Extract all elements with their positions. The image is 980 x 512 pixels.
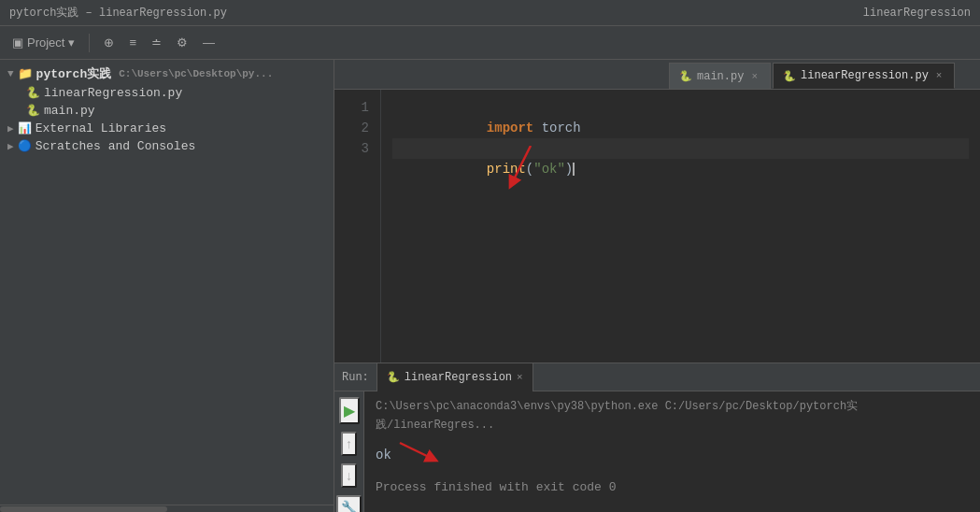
sync-icon: ⊕ — [104, 36, 114, 50]
title-bar: pytorch实践 – linearRegression.py linearRe… — [0, 0, 980, 26]
title-bar-right: linearRegression — [863, 7, 971, 20]
code-line-3: print("ok") — [392, 138, 969, 159]
list-button[interactable]: ≡ — [124, 34, 141, 51]
tab-linear-close[interactable]: × — [933, 69, 945, 82]
file-item-main[interactable]: 🐍 main.py — [0, 102, 334, 120]
close-paren: ) — [565, 162, 573, 177]
tabs-bar: 🐍 main.py × 🐍 linearRegression.py × — [334, 60, 980, 90]
run-wrench-button[interactable]: 🔧 — [336, 495, 362, 512]
tab-main-label: main.py — [697, 70, 744, 83]
run-tabs-bar: Run: 🐍 linearRegression × — [334, 363, 980, 391]
editor-panel: 🐍 main.py × 🐍 linearRegression.py × 1 2 … — [334, 60, 980, 512]
line-num-3: 3 — [334, 138, 369, 159]
scratches-label: Scratches and Consoles — [36, 139, 196, 153]
external-libraries-item[interactable]: ▶ 📊 External Libraries — [0, 120, 334, 137]
toolbar-divider-1 — [89, 34, 90, 52]
collapse-icon: ≐ — [151, 36, 162, 50]
collapse-arrow-icon: ▼ — [7, 68, 14, 79]
root-folder-path: C:\Users\pc\Desktop\py... — [119, 68, 273, 79]
bottom-panel: Run: 🐍 linearRegression × ▶ ↑ ↓ 🔧 ☰ 📌 — [334, 363, 980, 512]
file-name-main: main.py — [44, 104, 95, 118]
main-area: ▼ 📁 pytorch实践 C:\Users\pc\Desktop\py... … — [0, 60, 980, 512]
root-folder-item[interactable]: ▼ 📁 pytorch实践 C:\Users\pc\Desktop\py... — [0, 64, 334, 84]
run-tab-close[interactable]: × — [517, 372, 523, 383]
chevron-down-icon: ▾ — [68, 36, 75, 50]
tab-linear-label: linearRegression.py — [801, 69, 929, 82]
project-dropdown-button[interactable]: ▣ Project ▾ — [7, 34, 79, 51]
settings-button[interactable]: ⚙ — [172, 34, 192, 51]
external-libraries-label: External Libraries — [36, 121, 166, 135]
run-toolbar: ▶ ↑ ↓ 🔧 ☰ 📌 — [334, 391, 364, 512]
project-icon: ▣ — [12, 36, 23, 50]
python-file-icon-main: 🐍 — [26, 104, 40, 118]
run-ok-line: ok — [376, 438, 969, 471]
collapse-button[interactable]: ≐ — [147, 34, 166, 51]
run-tab-linear[interactable]: 🐍 linearRegression × — [376, 363, 533, 391]
scratches-consoles-item[interactable]: ▶ 🔵 Scratches and Consoles — [0, 137, 334, 155]
open-paren: ( — [526, 162, 533, 177]
module-torch: torch — [533, 121, 580, 135]
code-editor[interactable]: import torch print("ok") — [381, 90, 980, 363]
expand-arrow-icon-scratch: ▶ — [7, 140, 14, 152]
sidebar-horizontal-scrollbar[interactable] — [0, 505, 334, 512]
keyword-import: import — [487, 121, 533, 135]
tab-linear-regression[interactable]: 🐍 linearRegression.py × — [773, 63, 955, 89]
minimize-button[interactable]: — — [198, 34, 220, 51]
run-ok-text: ok — [376, 446, 391, 464]
run-tab-label: linearRegression — [405, 371, 512, 384]
list-icon: ≡ — [129, 36, 136, 50]
file-name-linear: linearRegression.py — [44, 86, 182, 100]
sidebar-content[interactable]: ▼ 📁 pytorch实践 C:\Users\pc\Desktop\py... … — [0, 60, 334, 505]
expand-arrow-icon: ▶ — [7, 122, 14, 135]
run-cmd-line: C:\Users\pc\anaconda3\envs\py38\python.e… — [376, 397, 969, 434]
editor-area: 1 2 3 import torch print("ok") — [334, 90, 980, 363]
project-label: Project — [27, 36, 64, 50]
file-item-linear-regression[interactable]: 🐍 linearRegression.py — [0, 84, 334, 102]
run-down-button[interactable]: ↓ — [341, 463, 357, 488]
run-label: Run: — [334, 371, 376, 384]
minimize-icon: — — [203, 36, 215, 50]
tab-linear-icon: 🐍 — [783, 70, 796, 82]
run-play-button[interactable]: ▶ — [339, 397, 360, 424]
code-container: 1 2 3 import torch print("ok") — [334, 90, 980, 363]
run-output[interactable]: C:\Users\pc\anaconda3\envs\py38\python.e… — [364, 391, 980, 512]
line-num-2: 2 — [334, 118, 369, 138]
run-up-button[interactable]: ↑ — [341, 432, 357, 456]
gear-icon: ⚙ — [177, 36, 188, 50]
run-tab-py-icon: 🐍 — [387, 371, 400, 383]
tab-main-close[interactable]: × — [748, 70, 760, 83]
sidebar: ▼ 📁 pytorch实践 C:\Users\pc\Desktop\py... … — [0, 60, 334, 512]
root-folder-name: pytorch实践 — [36, 65, 112, 82]
run-exit-line: Process finished with exit code 0 — [376, 478, 969, 497]
line-numbers: 1 2 3 — [334, 90, 381, 363]
title-bar-text: pytorch实践 – linearRegression.py — [9, 5, 227, 21]
ext-lib-icon: 📊 — [18, 121, 32, 135]
run-content: ▶ ↑ ↓ 🔧 ☰ 📌 C:\Users\pc\anaconda3\envs\p… — [334, 391, 980, 512]
title-bar-right-text: linearRegression — [863, 7, 971, 20]
run-exit-text: Process finished with exit code 0 — [376, 480, 616, 494]
line-num-1: 1 — [334, 97, 369, 118]
run-arrow-annotation — [395, 438, 442, 471]
text-cursor — [573, 163, 575, 176]
string-ok: "ok" — [533, 162, 565, 177]
scratch-icon: 🔵 — [18, 139, 32, 153]
svg-line-3 — [400, 443, 433, 459]
tab-main-icon: 🐍 — [679, 70, 692, 82]
keyword-print: print — [487, 162, 526, 177]
folder-icon: 📁 — [18, 66, 33, 81]
code-line-1: import torch — [392, 97, 969, 118]
main-toolbar: ▣ Project ▾ ⊕ ≡ ≐ ⚙ — — [0, 26, 980, 60]
tab-main[interactable]: 🐍 main.py × — [669, 63, 771, 89]
python-file-icon-linear: 🐍 — [26, 86, 40, 100]
sync-button[interactable]: ⊕ — [99, 34, 119, 51]
scrollbar-thumb — [0, 506, 167, 512]
